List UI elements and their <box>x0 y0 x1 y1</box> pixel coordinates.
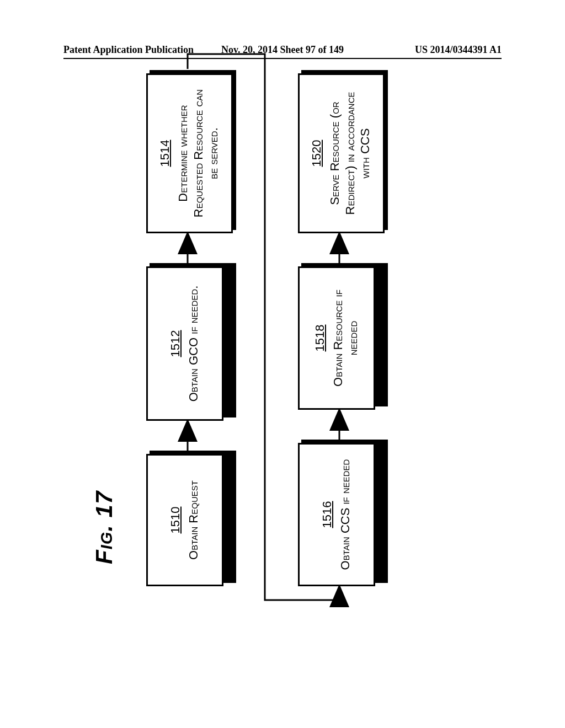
rotated-figure: Fig. 17 1510 Obtain Request 1512 Obtain … <box>63 170 502 608</box>
box-1514-num: 1514 <box>158 140 172 167</box>
box-1518-wrap: 1518 Obtain Resource if needed <box>298 266 385 410</box>
box-1516: 1516 Obtain CCS if needed <box>298 443 375 586</box>
box-1514-wrap: 1514 Determine whether Requested Resourc… <box>146 73 233 233</box>
box-1512-wrap: 1512 Obtain GCO if needed. <box>146 266 233 421</box>
header-left: Patent Application Publication <box>63 44 210 56</box>
box-1516-wrap: 1516 Obtain CCS if needed <box>298 443 385 586</box>
box-1516-num: 1516 <box>320 501 334 528</box>
box-1518-num: 1518 <box>313 324 327 351</box>
box-1510-wrap: 1510 Obtain Request <box>146 454 233 586</box>
figure-area: Fig. 17 1510 Obtain Request 1512 Obtain … <box>63 99 502 678</box>
box-1510: 1510 Obtain Request <box>146 454 223 586</box>
box-1514-text: Determine whether Requested Resource can… <box>175 83 221 224</box>
box-1512: 1512 Obtain GCO if needed. <box>146 266 223 421</box>
box-1512-text: Obtain GCO if needed. <box>186 285 201 402</box>
page-header: Patent Application Publication Nov. 20, … <box>0 44 565 56</box>
box-1520-wrap: 1520 Serve Resource (or Redirect) in acc… <box>298 73 385 233</box>
figure-title: Fig. 17 <box>91 490 118 564</box>
box-1518-text: Obtain Resource if needed <box>331 276 361 400</box>
box-1516-text: Obtain CCS if needed <box>338 459 353 570</box>
box-1518: 1518 Obtain Resource if needed <box>298 266 375 410</box>
box-1514: 1514 Determine whether Requested Resourc… <box>146 73 233 233</box>
box-1510-num: 1510 <box>168 506 183 533</box>
box-1512-num: 1512 <box>168 330 183 357</box>
box-1520-num: 1520 <box>310 140 324 167</box>
box-1520-text: Serve Resource (or Redirect) in accordan… <box>327 83 373 224</box>
row-1: 1510 Obtain Request 1512 Obtain GCO if n… <box>146 73 233 586</box>
header-center: Nov. 20, 2014 Sheet 97 of 149 <box>210 44 356 56</box>
header-right: US 2014/0344391 A1 <box>355 44 502 56</box>
row-2: 1516 Obtain CCS if needed 1518 Obtain Re… <box>298 73 385 586</box>
box-1520: 1520 Serve Resource (or Redirect) in acc… <box>298 73 385 233</box>
box-1510-text: Obtain Request <box>186 480 201 560</box>
header-rule <box>63 58 502 59</box>
